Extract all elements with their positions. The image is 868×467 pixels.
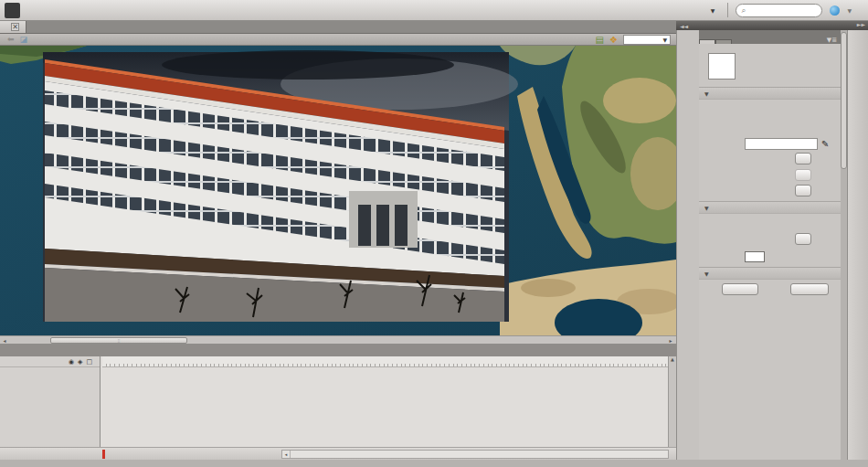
zoom-level-select[interactable]: ▼ — [623, 35, 671, 45]
timeline-frames-area[interactable] — [102, 356, 668, 448]
pencil-icon[interactable]: ✎ — [821, 139, 829, 149]
properties-section-header[interactable]: ▼ — [699, 201, 841, 214]
lock-layers-icon[interactable]: ◈ — [78, 358, 82, 366]
publish-section-header[interactable]: ▼ — [699, 87, 841, 100]
stage-color-swatch[interactable] — [745, 251, 765, 262]
edit-symbol-icon[interactable]: ❖ — [609, 35, 618, 45]
swf-history-log-button[interactable] — [722, 283, 758, 295]
size-edit-button[interactable] — [795, 233, 811, 245]
document-type-icon — [708, 53, 736, 80]
chevron-down-icon: ▼ — [711, 7, 715, 14]
document-tab[interactable]: ✕ — [0, 21, 26, 33]
collapse-triangle-icon: ▼ — [704, 205, 709, 211]
app-icon[interactable] — [5, 3, 20, 18]
outline-layers-icon[interactable]: □ — [86, 358, 92, 366]
chevron-down-icon: ▼ — [662, 37, 667, 43]
timeline-layer-pane: ◉ ◈ □ — [0, 356, 101, 448]
profile-edit-button[interactable] — [795, 153, 811, 165]
timeline-tabs — [0, 345, 676, 356]
window-bottom-edge — [0, 460, 868, 467]
scene-clapperboard-icon: ◪ — [20, 35, 28, 44]
workspace-switcher[interactable]: ▼ — [701, 5, 721, 16]
timeline-vertical-scrollbar[interactable]: ▲ — [668, 356, 676, 448]
actionscript-settings-edit-button[interactable] — [795, 185, 811, 196]
timeline-panel: ◉ ◈ □ ▲ ◂ — [0, 344, 676, 467]
properties-tabs: ▼≣ — [699, 30, 841, 44]
panel-menu-icon[interactable]: ▼≣ — [827, 37, 841, 44]
properties-panel: ▼≣ ▼ ✎ ▼ — [699, 30, 841, 467]
properties-scrollbar[interactable] — [841, 30, 847, 467]
stage-horizontal-scrollbar[interactable]: ◂ ⫶⫶ ▸ — [0, 335, 676, 344]
menu-bar: ▼ ⌕ ▼ — [0, 0, 868, 21]
scrollbar-thumb[interactable] — [841, 32, 847, 169]
flash-application-window: ▼ ⌕ ▼ ✕ ⬅ ◪ ▤ ❖ — [0, 0, 868, 467]
edit-scene-icon[interactable]: ▤ — [596, 35, 604, 45]
timeline-horizontal-scrollbar[interactable]: ◂ — [281, 450, 669, 459]
swf-history-section-header[interactable]: ▼ — [699, 267, 841, 280]
cs-live-button[interactable]: ▼ — [830, 5, 852, 16]
tools-panel — [847, 30, 868, 467]
show-hide-layers-icon[interactable]: ◉ — [69, 358, 74, 366]
timeline-ruler[interactable] — [102, 356, 668, 367]
collapse-triangle-icon: ▼ — [704, 271, 709, 277]
class-input[interactable] — [745, 138, 818, 150]
stage-canvas[interactable] — [0, 46, 676, 335]
collapse-triangle-icon: ▼ — [704, 90, 709, 97]
air-settings-edit-button — [795, 169, 811, 181]
close-tab-icon[interactable]: ✕ — [11, 23, 19, 31]
edit-bar: ⬅ ◪ ▤ ❖ ▼ — [0, 34, 676, 46]
panel-collapse-strip[interactable]: ◄◄►► — [676, 21, 868, 30]
cs-live-icon — [830, 5, 840, 16]
timeline-status-bar: ◂ — [0, 447, 676, 460]
stage-artwork — [0, 46, 676, 335]
scrollbar-thumb[interactable]: ⫶⫶ — [50, 337, 187, 344]
search-input[interactable]: ⌕ — [736, 4, 822, 17]
divider — [727, 3, 728, 17]
panel-dock-strip — [676, 30, 699, 467]
swf-history-clear-button[interactable] — [790, 283, 829, 295]
back-arrow-icon[interactable]: ⬅ — [0, 35, 20, 44]
chevron-down-icon: ▼ — [847, 7, 852, 14]
search-icon: ⌕ — [741, 5, 746, 16]
layer-column-headers: ◉ ◈ □ — [0, 356, 100, 367]
document-tab-bar: ✕ — [0, 21, 676, 34]
playhead-marker-icon[interactable] — [102, 450, 105, 459]
tools-collapse-strip[interactable]: ►► — [847, 21, 868, 30]
scroll-left-icon[interactable]: ◂ — [282, 451, 291, 458]
